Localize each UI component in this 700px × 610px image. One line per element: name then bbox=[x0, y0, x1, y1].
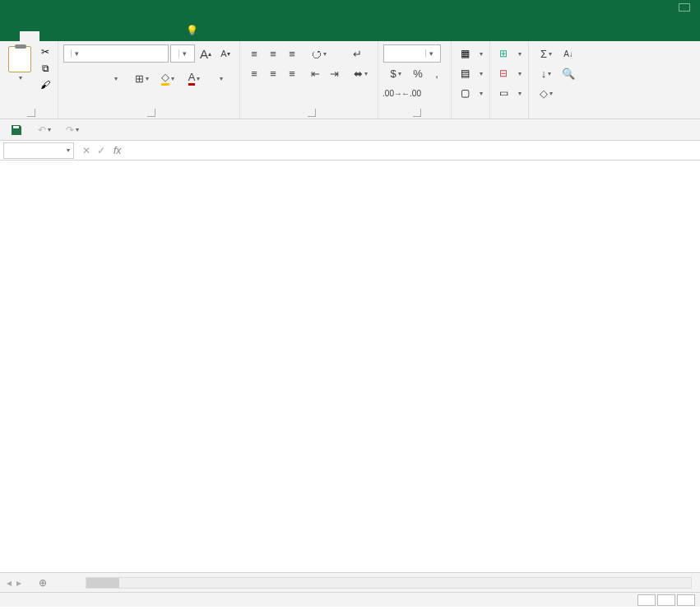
chevron-down-icon: ▾ bbox=[67, 147, 70, 154]
title-bar bbox=[0, 0, 700, 18]
orientation-button[interactable]: ⭯▾ bbox=[306, 44, 331, 63]
conditional-format-icon: ▦ bbox=[458, 47, 471, 60]
font-color-icon: A bbox=[188, 71, 196, 86]
group-styles: ▦▾ ▤▾ ▢▾ bbox=[452, 41, 490, 119]
page-break-view-button[interactable] bbox=[677, 594, 695, 606]
format-as-table-button[interactable]: ▤▾ bbox=[457, 64, 484, 82]
accounting-format-button[interactable]: $▾ bbox=[383, 64, 408, 82]
alignment-dialog-launcher[interactable] bbox=[308, 109, 316, 117]
sheet-tab-bar: ◂ ▸ ⊕ bbox=[0, 572, 700, 592]
format-painter-button[interactable]: 🖌 bbox=[38, 77, 53, 92]
page-layout-view-button[interactable] bbox=[657, 594, 675, 606]
tab-formulas[interactable] bbox=[79, 31, 99, 41]
normal-view-button[interactable] bbox=[637, 594, 656, 606]
decrease-font-button[interactable]: A▾ bbox=[216, 44, 234, 63]
bucket-icon: ◇ bbox=[161, 71, 169, 86]
tab-pdf-tools[interactable] bbox=[158, 31, 178, 41]
increase-indent-button[interactable]: ⇥ bbox=[325, 64, 343, 82]
delete-cells-button[interactable]: ⊟▾ bbox=[495, 64, 523, 82]
align-bottom-button[interactable]: ≡ bbox=[283, 44, 301, 63]
border-button[interactable]: ⊞▾ bbox=[129, 69, 154, 87]
percent-button[interactable]: % bbox=[409, 64, 427, 82]
status-bar bbox=[0, 592, 700, 607]
ribbon-display-options-icon[interactable] bbox=[679, 3, 690, 12]
border-icon: ⊞ bbox=[135, 72, 144, 85]
find-button[interactable]: 🔍 bbox=[559, 64, 577, 82]
underline-button[interactable]: ▾ bbox=[103, 69, 127, 87]
chevron-down-icon: ▾ bbox=[178, 49, 190, 58]
cell-style-icon: ▢ bbox=[458, 86, 471, 100]
insert-icon: ⊞ bbox=[497, 47, 510, 60]
tab-insert[interactable] bbox=[39, 31, 59, 41]
align-center-button[interactable]: ≡ bbox=[264, 64, 282, 82]
bold-button[interactable] bbox=[63, 69, 81, 87]
decrease-indent-button[interactable]: ⇤ bbox=[306, 64, 324, 82]
save-button[interactable] bbox=[8, 122, 25, 138]
tab-file[interactable] bbox=[0, 31, 20, 41]
copy-button[interactable]: ⧉ bbox=[38, 61, 53, 76]
chevron-down-icon: ▾ bbox=[19, 74, 22, 81]
decrease-decimal-button[interactable]: ←.00 bbox=[402, 84, 420, 102]
tell-me-search[interactable]: 💡 bbox=[178, 20, 210, 41]
group-clipboard: ▾ ✂ ⧉ 🖌 bbox=[0, 41, 58, 119]
align-left-button[interactable]: ≡ bbox=[245, 64, 263, 82]
font-name-combo[interactable]: ▾ bbox=[63, 44, 169, 63]
lightbulb-icon: 💡 bbox=[186, 25, 198, 36]
clipboard-dialog-launcher[interactable] bbox=[27, 109, 35, 117]
group-font: ▾ ▾ A▴ A▾ ▾ ⊞▾ ◇▾ A▾ ▾ bbox=[58, 41, 240, 119]
align-right-button[interactable]: ≡ bbox=[283, 64, 301, 82]
horizontal-scrollbar[interactable] bbox=[86, 577, 692, 589]
chevron-down-icon: ▾ bbox=[71, 49, 82, 58]
clipboard-icon bbox=[8, 46, 31, 72]
italic-button[interactable] bbox=[83, 69, 101, 87]
formula-input[interactable] bbox=[126, 142, 700, 159]
clear-button[interactable]: ◇▾ bbox=[534, 84, 559, 102]
ribbon-tabs: 💡 bbox=[0, 18, 700, 41]
conditional-format-button[interactable]: ▦▾ bbox=[457, 44, 484, 63]
quick-access-toolbar: ↶▾ ↷▾ bbox=[0, 119, 700, 141]
paste-button[interactable]: ▾ bbox=[5, 44, 35, 83]
tab-page-layout[interactable] bbox=[59, 31, 79, 41]
group-editing: Σ▾ A↓ ↓▾ 🔍 ◇▾ bbox=[529, 41, 582, 119]
fill-button[interactable]: ↓▾ bbox=[534, 64, 559, 82]
new-sheet-button[interactable]: ⊕ bbox=[33, 575, 53, 591]
sheet-nav-last[interactable]: ▸ bbox=[16, 577, 21, 589]
redo-button[interactable]: ↷▾ bbox=[64, 122, 81, 138]
phonetic-button[interactable]: ▾ bbox=[208, 69, 233, 87]
increase-decimal-button[interactable]: .00→ bbox=[383, 84, 401, 102]
increase-font-button[interactable]: A▴ bbox=[197, 44, 215, 63]
cut-button[interactable]: ✂ bbox=[38, 44, 53, 59]
fx-icon[interactable]: fx bbox=[114, 145, 126, 156]
sheet-nav-first[interactable]: ◂ bbox=[7, 577, 12, 589]
number-dialog-launcher[interactable] bbox=[413, 109, 421, 117]
enter-formula-button[interactable]: ✓ bbox=[97, 145, 105, 156]
font-dialog-launcher[interactable] bbox=[147, 109, 155, 117]
align-middle-button[interactable]: ≡ bbox=[264, 44, 282, 63]
merge-button[interactable]: ⬌▾ bbox=[348, 64, 373, 82]
undo-button[interactable]: ↶▾ bbox=[36, 122, 53, 138]
font-color-button[interactable]: A▾ bbox=[182, 69, 206, 87]
spreadsheet-grid[interactable] bbox=[0, 161, 700, 572]
ribbon: ▾ ✂ ⧉ 🖌 ▾ ▾ A▴ bbox=[0, 41, 700, 119]
tab-review[interactable] bbox=[118, 31, 138, 41]
name-box[interactable]: ▾ bbox=[3, 142, 74, 159]
fill-color-button[interactable]: ◇▾ bbox=[155, 69, 180, 87]
chevron-down-icon: ▾ bbox=[425, 49, 437, 58]
comma-button[interactable]: , bbox=[428, 64, 446, 82]
wrap-text-button[interactable]: ↵ bbox=[348, 44, 366, 63]
formula-bar: ▾ ✕ ✓ fx bbox=[0, 141, 700, 161]
table-icon: ▤ bbox=[458, 67, 471, 80]
cell-styles-button[interactable]: ▢▾ bbox=[457, 84, 484, 102]
tab-home[interactable] bbox=[20, 31, 39, 41]
font-size-combo[interactable]: ▾ bbox=[170, 44, 195, 63]
align-top-button[interactable]: ≡ bbox=[245, 44, 263, 63]
sort-filter-button[interactable]: A↓ bbox=[559, 44, 577, 63]
cancel-formula-button[interactable]: ✕ bbox=[82, 145, 90, 156]
insert-cells-button[interactable]: ⊞▾ bbox=[495, 44, 523, 63]
tab-data[interactable] bbox=[99, 31, 118, 41]
autosum-button[interactable]: Σ▾ bbox=[534, 44, 559, 63]
format-cells-button[interactable]: ▭▾ bbox=[495, 84, 523, 102]
tab-view[interactable] bbox=[138, 31, 158, 41]
number-format-combo[interactable]: ▾ bbox=[383, 44, 441, 63]
group-alignment: ≡ ≡ ≡ ≡ ≡ ≡ ⭯▾ ⇤ ⇥ ↵ bbox=[240, 41, 378, 119]
